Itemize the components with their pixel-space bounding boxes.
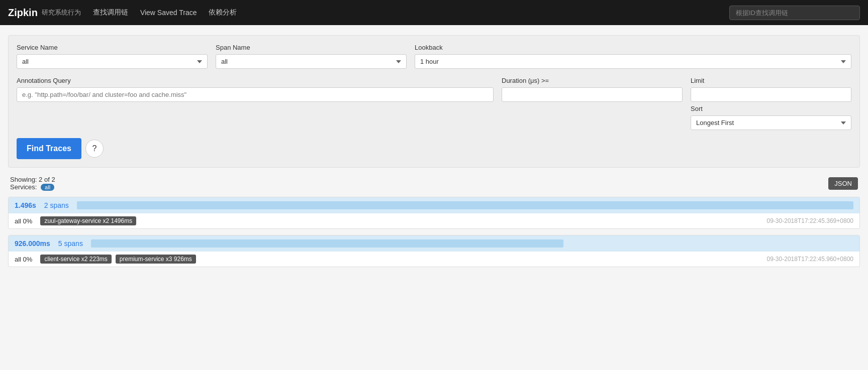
trace-header-1: 1.496s 2 spans: [9, 197, 859, 213]
trace-timestamp-1: 09-30-2018T17:22:45.369+0800: [767, 217, 853, 224]
lookback-select[interactable]: 1 hour 2 hours 6 hours 12 hours 1 day: [415, 54, 851, 69]
service-name-select[interactable]: all: [17, 54, 208, 69]
filter-row-2: Annotations Query Duration (μs) >= Limit…: [17, 77, 851, 130]
find-traces-link[interactable]: 查找调用链: [93, 6, 128, 19]
sort-label: Sort: [691, 105, 851, 112]
trace-card-1[interactable]: 1.496s 2 spans all 0% zuul-gateway-servi…: [8, 197, 860, 229]
brand-name: Zipkin: [8, 7, 38, 19]
sort-group: Sort Longest First Shortest First Newest…: [691, 105, 851, 130]
trace-id-search-input[interactable]: [729, 6, 860, 20]
trace-services-row-2: all 0% client-service x2 223ms premium-s…: [15, 255, 196, 264]
limit-input[interactable]: 10: [691, 87, 851, 102]
annotations-label: Annotations Query: [17, 77, 494, 84]
trace-services-row-1: all 0% zuul-gateway-service x2 1496ms: [15, 216, 136, 225]
view-saved-trace-link[interactable]: View Saved Trace: [140, 7, 197, 19]
trace-spans-1: 2 spans: [44, 201, 69, 209]
duration-label: Duration (μs) >=: [502, 77, 683, 84]
trace-bar-container-2: [91, 239, 853, 248]
sort-select[interactable]: Longest First Shortest First Newest Firs…: [691, 115, 851, 130]
help-button[interactable]: ?: [85, 140, 104, 158]
span-name-label: Span Name: [216, 44, 407, 51]
limit-sort-column: Limit 10 Sort Longest First Shortest Fir…: [691, 77, 851, 130]
services-label: Services:: [10, 183, 37, 191]
find-traces-button[interactable]: Find Traces: [17, 138, 81, 159]
duration-input[interactable]: [502, 87, 683, 102]
trace-duration-2: 926.000ms: [15, 239, 50, 248]
trace-error-rate-1: all 0%: [15, 217, 32, 225]
trace-bar-container-1: [77, 201, 853, 209]
annotations-group: Annotations Query: [17, 77, 494, 102]
limit-group: Limit 10: [691, 77, 851, 102]
lookback-label: Lookback: [415, 44, 851, 51]
results-bar: Showing: 2 of 2 Services: all JSON: [8, 176, 860, 191]
filter-row-1: Service Name all Span Name all Lookback …: [17, 44, 851, 69]
limit-label: Limit: [691, 77, 851, 84]
service-name-label: Service Name: [17, 44, 208, 51]
span-name-select[interactable]: all: [216, 54, 407, 69]
brand-subtitle: 研究系统行为: [42, 8, 81, 17]
service-badge-2-1: premium-service x3 926ms: [116, 255, 196, 264]
trace-body-2: all 0% client-service x2 223ms premium-s…: [9, 252, 859, 267]
main-content: Service Name all Span Name all Lookback …: [0, 25, 868, 283]
trace-duration-1: 1.496s: [15, 201, 36, 209]
trace-list: 1.496s 2 spans all 0% zuul-gateway-servi…: [8, 197, 860, 267]
results-info: Showing: 2 of 2 Services: all: [10, 176, 55, 191]
service-badge-1-0: zuul-gateway-service x2 1496ms: [40, 216, 136, 225]
filter-panel: Service Name all Span Name all Lookback …: [8, 35, 860, 168]
trace-bar-2: [91, 239, 564, 248]
duration-group: Duration (μs) >=: [502, 77, 683, 102]
trace-header-2: 926.000ms 5 spans: [9, 235, 859, 252]
navbar: Zipkin 研究系统行为 查找调用链 View Saved Trace 依赖分…: [0, 0, 868, 25]
trace-error-rate-2: all 0%: [15, 256, 32, 263]
trace-bar-1: [77, 201, 853, 209]
annotations-input[interactable]: [17, 87, 494, 102]
action-row: Find Traces ?: [17, 138, 851, 159]
trace-timestamp-2: 09-30-2018T17:22:45.960+0800: [767, 256, 853, 263]
showing-count: Showing: 2 of 2: [10, 176, 55, 183]
span-name-group: Span Name all: [216, 44, 407, 69]
navbar-search: [729, 6, 860, 20]
service-badge-2-0: client-service x2 223ms: [40, 255, 111, 264]
trace-card-2[interactable]: 926.000ms 5 spans all 0% client-service …: [8, 235, 860, 267]
dependency-analysis-link[interactable]: 依赖分析: [209, 6, 237, 19]
trace-body-1: all 0% zuul-gateway-service x2 1496ms 09…: [9, 213, 859, 228]
trace-spans-2: 5 spans: [58, 239, 83, 248]
brand: Zipkin 研究系统行为: [8, 7, 81, 19]
json-button[interactable]: JSON: [828, 177, 858, 190]
lookback-group: Lookback 1 hour 2 hours 6 hours 12 hours…: [415, 44, 851, 69]
services-badge: all: [41, 184, 54, 191]
services-info: Services: all: [10, 183, 55, 191]
service-name-group: Service Name all: [17, 44, 208, 69]
